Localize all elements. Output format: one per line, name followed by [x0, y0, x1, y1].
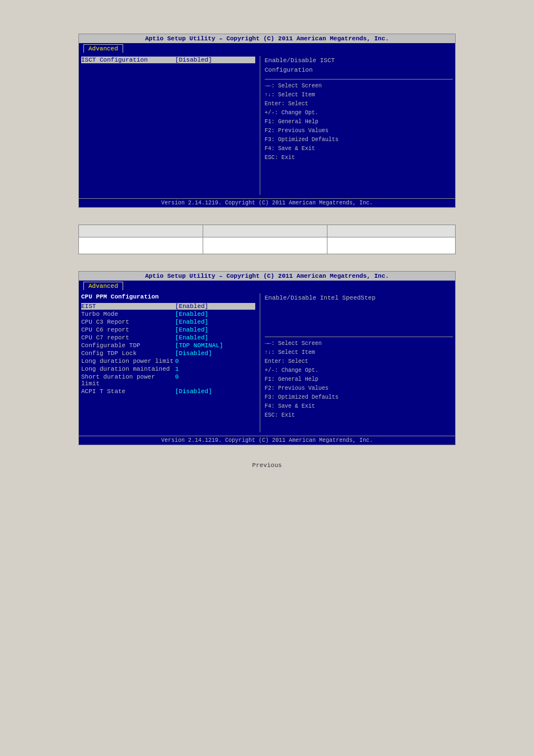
help-key-2-6: F3: Optimized Defaults — [265, 393, 453, 402]
help-key-2-1: ↑↓: Select Item — [265, 348, 453, 357]
bios-row-shortpower[interactable]: Short duration power limit 0 — [81, 373, 255, 388]
bios-row-label-longpower: Long duration power limit — [81, 358, 175, 365]
bios-screen-2: Aptio Setup Utility – Copyright (C) 2011… — [78, 271, 456, 445]
bios-body-1: ISCT Configuration [Disabled] Enable/Dis… — [79, 53, 455, 198]
bios-footer-2: Version 2.14.1219. Copyright (C) 2011 Am… — [79, 436, 455, 445]
bios-tab-bar-2: Advanced — [79, 281, 455, 290]
bios-row-longpower[interactable]: Long duration power limit 0 — [81, 357, 255, 365]
help-key-1-6: F3: Optimized Defaults — [265, 136, 453, 144]
bios-row-value-isct: [Disabled] — [175, 57, 255, 63]
help-key-1-2: Enter: Select — [265, 100, 453, 109]
bios-row-turbo[interactable]: Turbo Mode [Enabled] — [81, 310, 255, 318]
table-td-0 — [79, 237, 203, 254]
bios-row-value-longmaint: 1 — [175, 366, 255, 372]
bios-row-label-shortpower: Short duration power limit — [81, 374, 175, 387]
help-key-2-2: Enter: Select — [265, 357, 453, 366]
bios-row-value-eist: [Enabled] — [175, 303, 255, 310]
bios-row-label-isct: ISCT Configuration — [81, 57, 175, 63]
table-td-1 — [203, 237, 327, 254]
bios-tab-advanced-2[interactable]: Advanced — [83, 282, 123, 290]
bios-row-label-c3: CPU C3 Report — [81, 319, 175, 325]
table-th-0 — [79, 225, 203, 237]
bios-row-value-longpower: 0 — [175, 358, 255, 365]
bios-row-value-turbo: [Enabled] — [175, 311, 255, 318]
help-key-2-3: +/-: Change Opt. — [265, 366, 453, 375]
bios-right-1: Enable/Disable ISCT Configuration →←: Se… — [260, 56, 453, 195]
bios-help-divider-1 — [265, 79, 453, 80]
help-key-1-3: +/-: Change Opt. — [265, 109, 453, 118]
help-key-1-7: F4: Save & Exit — [265, 144, 453, 153]
bios-row-acpi[interactable]: ACPI T State [Disabled] — [81, 388, 255, 395]
bios-row-tdp[interactable]: Configurable TDP [TDP NOMINAL] — [81, 342, 255, 349]
bios-help-text-2: Enable/Disable Intel SpeedStep — [265, 293, 453, 303]
bios-help-text-1: Enable/Disable ISCT Configuration — [265, 56, 453, 74]
bios-row-tdplock[interactable]: Config TDP Lock [Disabled] — [81, 349, 255, 357]
bios-row-value-acpi: [Disabled] — [175, 388, 255, 395]
bios-row-label-eist: EIST — [81, 303, 175, 310]
help-key-1-4: F1: General Help — [265, 118, 453, 127]
pagination-label: Previous — [78, 462, 456, 469]
table-th-1 — [203, 225, 327, 237]
bios-row-label-turbo: Turbo Mode — [81, 311, 175, 318]
bios-row-value-c7: [Enabled] — [175, 334, 255, 341]
bios-tab-bar-1: Advanced — [79, 43, 455, 53]
bios-row-c3[interactable]: CPU C3 Report [Enabled] — [81, 318, 255, 326]
table-row — [79, 237, 456, 254]
bios-help-keys-1: →←: Select Screen ↑↓: Select Item Enter:… — [265, 82, 453, 162]
bios-left-2: CPU PPM Configuration EIST [Enabled] Tur… — [81, 293, 260, 432]
bios-row-value-shortpower: 0 — [175, 374, 255, 387]
bios-row-label-tdplock: Config TDP Lock — [81, 350, 175, 357]
help-key-2-5: F2: Previous Values — [265, 384, 453, 393]
bios-tab-advanced-1[interactable]: Advanced — [83, 44, 123, 53]
help-key-2-0: →←: Select Screen — [265, 339, 453, 348]
bios-row-isct[interactable]: ISCT Configuration [Disabled] — [81, 56, 255, 64]
data-table — [78, 225, 456, 254]
bios-row-label-c7: CPU C7 report — [81, 334, 175, 341]
bios-help-divider-2 — [265, 337, 453, 337]
help-key-1-8: ESC: Exit — [265, 153, 453, 162]
table-th-2 — [327, 225, 456, 237]
bios-body-2: CPU PPM Configuration EIST [Enabled] Tur… — [79, 290, 455, 436]
bios-row-value-c3: [Enabled] — [175, 319, 255, 325]
help-key-1-1: ↑↓: Select Item — [265, 91, 453, 100]
bios-row-eist[interactable]: EIST [Enabled] — [81, 302, 255, 310]
previous-label[interactable]: Previous — [252, 462, 282, 469]
bios-row-c6[interactable]: CPU C6 report [Enabled] — [81, 326, 255, 334]
bios-title-1: Aptio Setup Utility – Copyright (C) 2011… — [79, 34, 455, 43]
bios-row-label-longmaint: Long duration maintained — [81, 366, 175, 372]
bios-row-value-c6: [Enabled] — [175, 326, 255, 333]
help-key-1-5: F2: Previous Values — [265, 127, 453, 136]
bios-row-value-tdp: [TDP NOMINAL] — [175, 342, 255, 349]
bios-screen-1: Aptio Setup Utility – Copyright (C) 2011… — [78, 34, 456, 208]
table-td-2 — [327, 237, 456, 254]
bios-row-longmaint[interactable]: Long duration maintained 1 — [81, 365, 255, 373]
bios-row-label-acpi: ACPI T State — [81, 388, 175, 395]
bios-left-1: ISCT Configuration [Disabled] — [81, 56, 260, 195]
bios-footer-1: Version 2.14.1219. Copyright (C) 2011 Am… — [79, 198, 455, 207]
bios-section-title-2: CPU PPM Configuration — [81, 293, 255, 300]
bios-title-2: Aptio Setup Utility – Copyright (C) 2011… — [79, 272, 455, 281]
bios-row-label-tdp: Configurable TDP — [81, 342, 175, 349]
help-key-2-4: F1: General Help — [265, 375, 453, 384]
help-key-2-7: F4: Save & Exit — [265, 402, 453, 411]
help-key-2-8: ESC: Exit — [265, 411, 453, 420]
table-header-row — [79, 225, 456, 237]
bios-row-label-c6: CPU C6 report — [81, 326, 175, 333]
bios-right-2: Enable/Disable Intel SpeedStep →←: Selec… — [260, 293, 453, 432]
bios-row-c7[interactable]: CPU C7 report [Enabled] — [81, 334, 255, 342]
bios-help-keys-2: →←: Select Screen ↑↓: Select Item Enter:… — [265, 339, 453, 420]
bios-row-value-tdplock: [Disabled] — [175, 350, 255, 357]
help-key-1-0: →←: Select Screen — [265, 82, 453, 91]
